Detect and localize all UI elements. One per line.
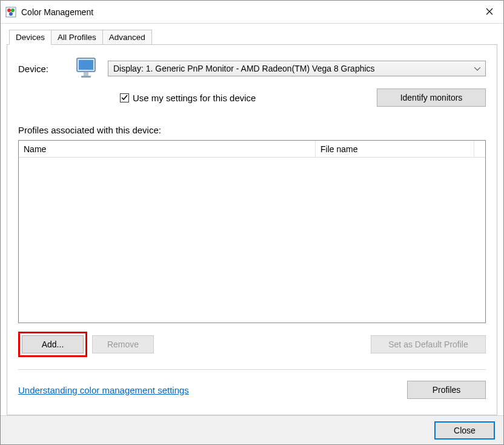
profiles-body — [19, 158, 485, 323]
device-row: Device: Display: 1. Generic PnP Monitor … — [18, 57, 486, 80]
device-dropdown[interactable]: Display: 1. Generic PnP Monitor - AMD Ra… — [108, 61, 486, 76]
device-selected-value: Display: 1. Generic PnP Monitor - AMD Ra… — [113, 64, 375, 73]
remove-button: Remove — [92, 335, 154, 353]
add-button-highlight: Add... — [18, 332, 87, 357]
column-padding — [474, 141, 485, 157]
set-default-profile-button: Set as Default Profile — [371, 335, 486, 353]
add-button[interactable]: Add... — [22, 335, 84, 353]
color-management-icon — [5, 7, 16, 18]
titlebar: Color Management — [1, 1, 503, 24]
column-file-name[interactable]: File name — [316, 141, 474, 157]
tab-advanced[interactable]: Advanced — [103, 30, 152, 45]
dialog-bottom-bar: Close — [1, 415, 503, 444]
tab-devices[interactable]: Devices — [9, 30, 51, 45]
svg-point-1 — [7, 8, 11, 12]
device-settings-row: Use my settings for this device Identify… — [120, 89, 486, 107]
footer-area: Understanding color management settings … — [18, 370, 486, 399]
tab-panel-devices: Device: Display: 1. Generic PnP Monitor … — [7, 44, 497, 415]
svg-rect-6 — [84, 72, 88, 76]
svg-point-2 — [11, 8, 15, 12]
color-management-window: Color Management Devices All Profiles Ad… — [0, 0, 504, 445]
profiles-buttons-row: Add... Remove Set as Default Profile — [18, 332, 486, 370]
tab-strip: Devices All Profiles Advanced — [7, 30, 497, 45]
svg-rect-7 — [81, 76, 91, 78]
understanding-link[interactable]: Understanding color management settings — [18, 385, 189, 395]
tab-all-profiles[interactable]: All Profiles — [51, 30, 103, 45]
profiles-header: Name File name — [19, 141, 485, 158]
monitor-icon — [75, 57, 99, 80]
profiles-list[interactable]: Name File name — [18, 140, 486, 323]
identify-monitors-button[interactable]: Identify monitors — [377, 89, 486, 107]
use-my-settings-checkbox[interactable]: Use my settings for this device — [120, 93, 256, 103]
use-my-settings-label: Use my settings for this device — [133, 93, 256, 103]
column-name[interactable]: Name — [19, 141, 316, 157]
svg-rect-5 — [79, 60, 93, 70]
dialog-body: Devices All Profiles Advanced Device: Di… — [1, 24, 503, 415]
close-icon — [486, 5, 493, 18]
profiles-label: Profiles associated with this device: — [18, 125, 486, 135]
window-close-button[interactable] — [476, 1, 503, 24]
checkbox-icon — [120, 93, 129, 102]
profiles-button[interactable]: Profiles — [407, 381, 486, 399]
window-title: Color Management — [21, 7, 476, 17]
svg-point-3 — [9, 12, 13, 16]
close-button[interactable]: Close — [434, 421, 495, 440]
device-label: Device: — [18, 64, 67, 74]
chevron-down-icon — [474, 64, 480, 73]
